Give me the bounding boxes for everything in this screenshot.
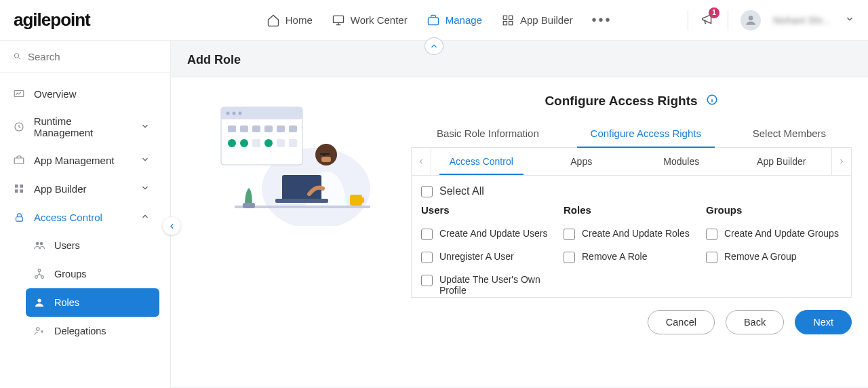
cancel-button[interactable]: Cancel <box>648 310 715 334</box>
back-button[interactable]: Back <box>726 310 784 334</box>
svg-rect-11 <box>15 185 18 188</box>
step-tab-configure[interactable]: Configure Access Rights <box>577 128 715 147</box>
perm-checkbox[interactable] <box>564 252 575 263</box>
svg-rect-39 <box>277 139 285 147</box>
sidebar-item-access-control[interactable]: Access Control <box>5 203 159 231</box>
search-input[interactable] <box>28 51 157 62</box>
sidebar-item-roles[interactable]: Roles <box>26 288 159 317</box>
svg-point-28 <box>239 112 242 115</box>
briefcase-icon <box>427 14 440 27</box>
svg-rect-30 <box>240 125 248 132</box>
svg-rect-40 <box>289 139 297 147</box>
sidebar-item-overview[interactable]: Overview <box>5 79 159 108</box>
sidebar-item-groups[interactable]: Groups <box>26 260 159 288</box>
perm-checkbox[interactable] <box>421 229 433 240</box>
perm-checkbox[interactable] <box>564 229 575 240</box>
svg-point-18 <box>38 269 41 272</box>
step-tab-members[interactable]: Select Members <box>739 128 840 147</box>
chevron-down-icon[interactable] <box>845 14 854 26</box>
select-all-label: Select All <box>439 185 484 197</box>
sidebar-item-app-mgmt[interactable]: App Management <box>5 146 159 174</box>
nav-label: Manage <box>446 14 482 26</box>
section-title: Configure Access Rights <box>545 94 697 109</box>
chevron-down-icon <box>140 155 150 166</box>
nav-app-builder[interactable]: App Builder <box>501 14 573 27</box>
svg-rect-12 <box>20 185 23 188</box>
svg-rect-37 <box>252 139 260 147</box>
info-icon[interactable] <box>706 94 718 109</box>
col-heading: Groups <box>706 204 842 216</box>
subtab-access-control[interactable]: Access Control <box>431 149 532 174</box>
avatar-icon <box>744 14 757 27</box>
subtab-app-builder[interactable]: App Builder <box>732 149 832 174</box>
notifications-button[interactable]: 1 <box>701 12 715 29</box>
select-all-checkbox[interactable] <box>421 186 433 197</box>
app-header: agilepoint Home Work Center Manage App B… <box>0 0 868 41</box>
subtabs-scroll-right[interactable] <box>831 148 852 175</box>
perm-label: Remove A Role <box>582 251 648 262</box>
svg-rect-48 <box>243 203 255 208</box>
step-tab-basic[interactable]: Basic Role Information <box>423 128 553 147</box>
search-icon <box>14 50 21 62</box>
svg-rect-0 <box>333 16 343 22</box>
next-button[interactable]: Next <box>795 310 852 334</box>
perm-checkbox[interactable] <box>421 275 433 286</box>
chevron-down-icon <box>140 121 150 133</box>
svg-rect-14 <box>20 189 23 193</box>
svg-point-21 <box>37 298 41 302</box>
col-users: Users Create And Update Users Unregister… <box>421 204 557 298</box>
svg-point-27 <box>233 112 236 115</box>
step-tabs: Basic Role Information Configure Access … <box>411 128 852 148</box>
sidebar-item-delegations[interactable]: Delegations <box>26 317 159 345</box>
subtabs-scroll-left[interactable] <box>411 148 431 175</box>
nav-more[interactable]: ••• <box>592 12 612 28</box>
svg-rect-42 <box>321 157 331 162</box>
svg-rect-46 <box>275 199 328 203</box>
svg-rect-13 <box>15 189 18 193</box>
nav-manage[interactable]: Manage <box>427 14 482 27</box>
svg-rect-10 <box>14 158 24 163</box>
sidebar-label: App Builder <box>34 183 87 195</box>
svg-rect-2 <box>503 16 507 19</box>
nav-home[interactable]: Home <box>267 14 313 27</box>
sidebar-label: Users <box>54 240 80 251</box>
sidebar-item-app-builder[interactable]: App Builder <box>5 174 159 203</box>
perm-checkbox[interactable] <box>421 252 433 263</box>
col-heading: Roles <box>564 204 699 216</box>
sidebar-label: Access Control <box>34 212 102 223</box>
svg-point-17 <box>40 242 43 246</box>
grid-icon <box>12 182 26 195</box>
content-area: Add Role <box>171 41 868 388</box>
collapse-header-button[interactable] <box>425 37 443 55</box>
sidebar-item-runtime[interactable]: Runtime Management <box>5 108 159 146</box>
briefcase-icon <box>12 153 26 167</box>
divider <box>728 10 728 31</box>
sidebar-item-users[interactable]: Users <box>26 231 159 260</box>
tree-icon <box>33 267 46 281</box>
chevron-down-icon <box>140 183 150 195</box>
sidebar-search[interactable] <box>0 41 170 73</box>
delegate-icon <box>33 324 46 338</box>
divider <box>688 10 688 31</box>
top-nav: Home Work Center Manage App Builder ••• <box>267 12 612 28</box>
svg-rect-5 <box>509 21 512 24</box>
sidebar-collapse-button[interactable] <box>163 217 180 235</box>
svg-rect-29 <box>228 125 236 132</box>
lock-icon <box>12 210 26 224</box>
sidebar: Overview Runtime Management App Manageme… <box>0 41 171 388</box>
svg-rect-31 <box>252 125 260 132</box>
svg-rect-44 <box>320 153 330 155</box>
header-right: 1 Nishant Shr... <box>688 10 854 31</box>
user-avatar[interactable] <box>741 10 761 31</box>
svg-rect-34 <box>289 125 297 132</box>
sidebar-label: Overview <box>34 88 77 100</box>
perm-checkbox[interactable] <box>706 252 717 263</box>
nav-work-center[interactable]: Work Center <box>332 14 408 27</box>
person-icon <box>33 296 46 309</box>
subtab-modules[interactable]: Modules <box>631 149 732 174</box>
sidebar-label: App Management <box>34 155 114 166</box>
perm-label: Remove A Group <box>724 251 797 262</box>
subtab-apps[interactable]: Apps <box>532 149 632 174</box>
perm-checkbox[interactable] <box>706 229 717 240</box>
logo: agilepoint <box>14 9 90 31</box>
